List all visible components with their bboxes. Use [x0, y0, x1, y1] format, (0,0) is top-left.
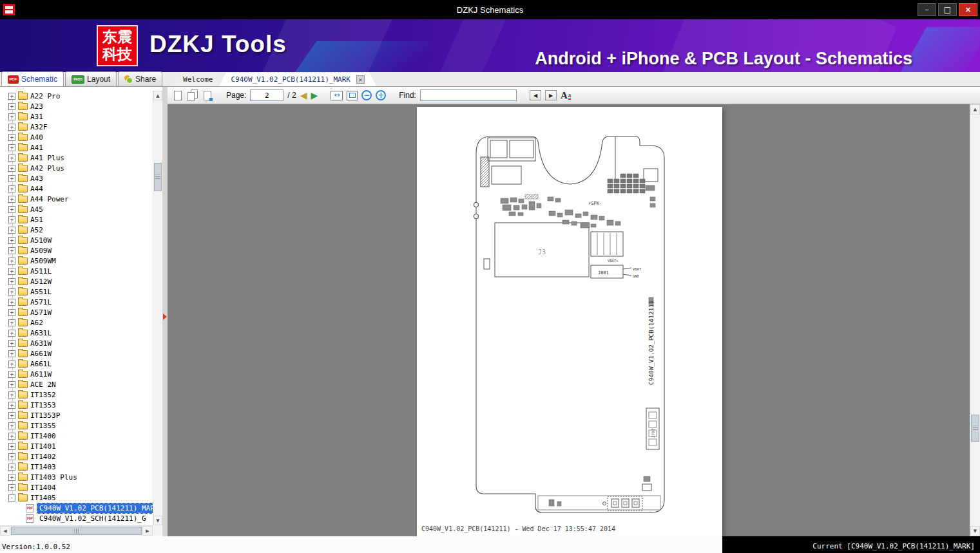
tab-document-c940w[interactable]: C940W_V1.02_PCB(141211)_MARK ×: [219, 73, 376, 86]
tree-folder-item[interactable]: + A509WM: [0, 256, 153, 266]
sidebar-splitter[interactable]: [162, 87, 168, 536]
expander-icon[interactable]: +: [8, 319, 15, 326]
sidebar-horizontal-scrollbar[interactable]: ◀ ▶: [0, 525, 153, 536]
tree-folder-item[interactable]: + A571W: [0, 307, 153, 317]
tree-folder-item[interactable]: + A510W: [0, 235, 153, 245]
tree-folder-item[interactable]: + A51: [0, 214, 153, 225]
tree-folder-item[interactable]: + IT1401: [0, 441, 153, 451]
expander-icon[interactable]: +: [8, 412, 15, 419]
sidebar-hscrollbar-thumb[interactable]: [11, 527, 142, 535]
expander-icon[interactable]: +: [8, 340, 15, 347]
expander-icon[interactable]: +: [8, 453, 15, 460]
fit-page-icon[interactable]: [347, 91, 358, 100]
tree-folder-item[interactable]: + IT1402: [0, 451, 153, 462]
expander-icon[interactable]: +: [8, 268, 15, 275]
tree-folder-item[interactable]: + IT1352: [0, 389, 153, 400]
tree-folder-item[interactable]: + A631W: [0, 338, 153, 348]
sidebar-scrollbar-thumb[interactable]: [154, 163, 162, 191]
viewer-scrollbar-thumb[interactable]: [971, 415, 979, 442]
tree-folder-item[interactable]: + A31: [0, 111, 153, 122]
scroll-up-icon[interactable]: ▲: [153, 91, 162, 100]
previous-page-button[interactable]: ◀: [300, 91, 307, 100]
expander-icon[interactable]: +: [8, 484, 15, 491]
fit-width-icon[interactable]: ↔: [331, 91, 343, 100]
tree-folder-item[interactable]: + A571L: [0, 297, 153, 307]
tree-folder-item[interactable]: - IT1405: [0, 492, 153, 503]
expander-icon[interactable]: +: [8, 206, 15, 213]
close-button[interactable]: ×: [959, 3, 977, 16]
close-tab-icon[interactable]: ×: [356, 75, 365, 84]
find-previous-icon[interactable]: ◀: [530, 90, 541, 100]
tree-folder-item[interactable]: + A41 Plus: [0, 153, 153, 163]
tree-folder-item[interactable]: + ACE 2N: [0, 379, 153, 389]
tree-folder-item[interactable]: + A62: [0, 317, 153, 328]
tree-folder-item[interactable]: + A551L: [0, 286, 153, 297]
tree-folder-item[interactable]: + A42 Plus: [0, 163, 153, 173]
tab-welcome[interactable]: Welcome: [171, 73, 224, 86]
tree-folder-item[interactable]: + A509W: [0, 245, 153, 256]
pdf-viewer-canvas[interactable]: +SPK- J3 J801 VBAT+ VBAT GND J707 C940W_…: [168, 104, 970, 536]
tree-folder-item[interactable]: + A44: [0, 183, 153, 194]
expander-icon[interactable]: +: [8, 93, 15, 100]
tree-folder-item[interactable]: + A41: [0, 142, 153, 153]
tree-folder-item[interactable]: + A43: [0, 173, 153, 183]
expander-icon[interactable]: +: [8, 350, 15, 357]
expander-icon[interactable]: +: [8, 278, 15, 285]
facing-page-view-icon[interactable]: [187, 89, 198, 102]
expander-icon[interactable]: +: [8, 258, 15, 265]
expander-icon[interactable]: -: [8, 494, 15, 501]
expander-icon[interactable]: +: [8, 227, 15, 234]
expander-icon[interactable]: +: [8, 196, 15, 203]
expander-icon[interactable]: +: [8, 443, 15, 450]
scroll-down-icon[interactable]: ▼: [153, 516, 162, 525]
expander-icon[interactable]: +: [8, 361, 15, 368]
expander-icon[interactable]: +: [8, 185, 15, 192]
tree-folder-item[interactable]: + A661W: [0, 348, 153, 359]
tree-folder-item[interactable]: + A32F: [0, 122, 153, 132]
tree-file-item[interactable]: PDF C940W_V1.02_PCB(141211)_MARK: [0, 503, 153, 513]
expander-icon[interactable]: +: [8, 330, 15, 337]
expander-icon[interactable]: +: [8, 155, 15, 162]
zoom-out-icon[interactable]: −: [361, 90, 372, 100]
tree-file-item[interactable]: PDF C940W_V1.02_SCH(141211)_G: [0, 513, 153, 523]
expander-icon[interactable]: +: [8, 464, 15, 471]
tree-folder-item[interactable]: + A40: [0, 132, 153, 142]
tree-folder-item[interactable]: + A631L: [0, 328, 153, 338]
tree-folder-item[interactable]: + IT1353: [0, 400, 153, 410]
collapse-sidebar-icon[interactable]: [163, 314, 167, 320]
tree-folder-item[interactable]: + IT1355: [0, 420, 153, 431]
expander-icon[interactable]: +: [8, 144, 15, 151]
expander-icon[interactable]: +: [8, 165, 15, 172]
expander-icon[interactable]: +: [8, 113, 15, 120]
tree-folder-item[interactable]: + A23: [0, 101, 153, 111]
expander-icon[interactable]: +: [8, 175, 15, 182]
expander-icon[interactable]: +: [8, 124, 15, 131]
find-next-icon[interactable]: ▶: [545, 90, 557, 100]
expander-icon[interactable]: +: [8, 433, 15, 440]
sidebar-vertical-scrollbar[interactable]: ▲ ▼: [153, 91, 162, 525]
maximize-button[interactable]: □: [938, 3, 957, 16]
tab-schematic[interactable]: PDF Schematic: [1, 71, 64, 86]
match-case-icon[interactable]: A a: [561, 91, 571, 100]
viewer-vertical-scrollbar[interactable]: ▲ ▼: [970, 104, 980, 536]
minimize-button[interactable]: –: [918, 3, 936, 16]
page-number-input[interactable]: [250, 89, 283, 101]
expander-icon[interactable]: +: [8, 381, 15, 388]
find-input[interactable]: [420, 89, 517, 101]
tree-folder-item[interactable]: + A22 Pro: [0, 91, 153, 101]
single-page-view-icon[interactable]: [173, 89, 184, 102]
tree-folder-item[interactable]: + IT1403: [0, 462, 153, 472]
tree-folder-item[interactable]: + A511L: [0, 266, 153, 276]
tree-folder-item[interactable]: + A44 Power: [0, 194, 153, 204]
next-page-button[interactable]: ▶: [311, 91, 318, 100]
tree-folder-item[interactable]: + IT1403 Plus: [0, 472, 153, 482]
expander-icon[interactable]: +: [8, 422, 15, 429]
continuous-view-icon[interactable]: [202, 89, 213, 102]
expander-icon[interactable]: +: [8, 216, 15, 223]
expander-icon[interactable]: +: [8, 103, 15, 110]
expander-icon[interactable]: +: [8, 309, 15, 316]
expander-icon[interactable]: +: [8, 247, 15, 254]
expander-icon[interactable]: +: [8, 288, 15, 295]
tree-folder-item[interactable]: + A52: [0, 225, 153, 235]
zoom-in-icon[interactable]: +: [376, 90, 386, 100]
